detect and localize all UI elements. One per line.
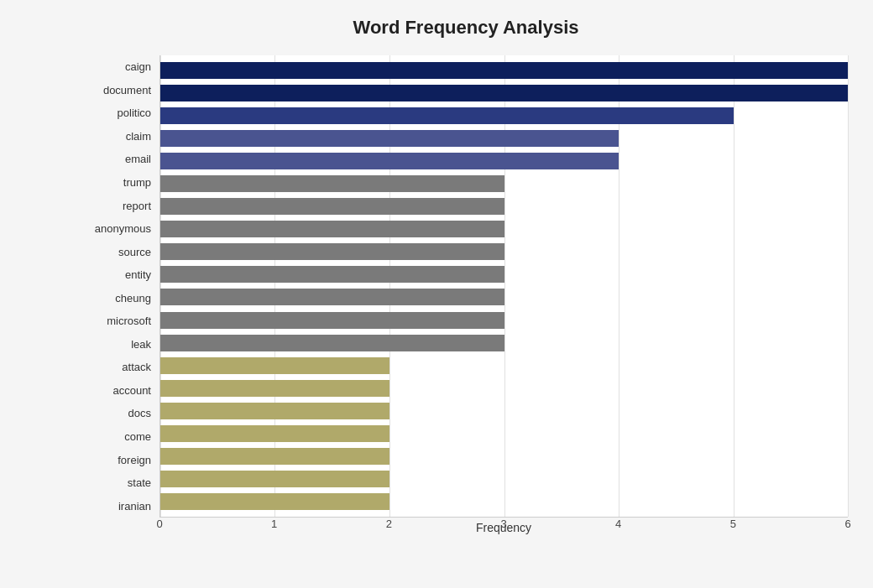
chart-container: Word Frequency Analysis caigndocumentpol… — [0, 0, 873, 588]
bar-report — [160, 198, 504, 215]
bar-row-politico — [160, 107, 848, 125]
bar-claim — [160, 130, 619, 147]
y-label-trump: trump — [84, 173, 159, 193]
y-label-foreign: foreign — [84, 450, 159, 470]
bar-trump — [160, 175, 504, 192]
bar-row-account — [160, 379, 848, 398]
grid-line-6 — [848, 55, 849, 517]
bar-row-entity — [160, 265, 848, 284]
bar-foreign — [160, 448, 389, 465]
bar-row-microsoft — [160, 311, 848, 330]
x-tick-5: 5 — [730, 518, 736, 530]
spacer — [84, 518, 159, 534]
y-label-report: report — [84, 195, 159, 216]
bar-account — [160, 380, 389, 397]
bar-cheung — [160, 289, 504, 305]
bar-row-come — [160, 424, 848, 443]
x-tick-6: 6 — [844, 518, 850, 530]
x-tick-4: 4 — [615, 518, 621, 530]
x-tick-3: 3 — [500, 518, 506, 530]
y-label-source: source — [84, 242, 159, 262]
bar-row-anonymous — [160, 220, 848, 238]
bar-leak — [160, 335, 504, 351]
x-tick-0: 0 — [156, 518, 162, 530]
bar-document — [160, 85, 848, 101]
y-label-state: state — [84, 473, 159, 493]
y-label-docs: docs — [84, 403, 159, 424]
bar-row-docs — [160, 402, 848, 420]
bar-attack — [160, 357, 389, 374]
y-label-come: come — [84, 427, 159, 447]
bar-row-claim — [160, 129, 848, 148]
bar-microsoft — [160, 312, 504, 329]
y-label-attack: attack — [84, 357, 159, 377]
y-label-politico: politico — [84, 103, 159, 123]
bar-email — [160, 153, 619, 169]
bar-come — [160, 425, 389, 442]
bar-state — [160, 471, 389, 487]
y-label-cheung: cheung — [84, 288, 159, 308]
bar-anonymous — [160, 221, 504, 237]
plot-area — [159, 55, 848, 518]
y-label-iranian: iranian — [84, 496, 159, 516]
bar-entity — [160, 266, 504, 283]
bar-row-trump — [160, 174, 848, 193]
bars-area — [160, 55, 848, 517]
bar-row-source — [160, 242, 848, 261]
chart-title: Word Frequency Analysis — [84, 17, 848, 39]
y-label-document: document — [84, 80, 159, 100]
x-tick-2: 2 — [386, 518, 392, 530]
bar-row-iranian — [160, 492, 848, 511]
y-label-caign: caign — [84, 57, 159, 77]
bar-row-leak — [160, 334, 848, 352]
bar-row-email — [160, 152, 848, 170]
y-label-account: account — [84, 380, 159, 400]
y-label-email: email — [84, 149, 159, 169]
bar-iranian — [160, 493, 389, 510]
y-label-anonymous: anonymous — [84, 219, 159, 239]
x-axis-section: 0123456 Frequency — [159, 518, 848, 534]
bar-row-foreign — [160, 447, 848, 466]
bar-row-cheung — [160, 288, 848, 306]
y-axis-labels: caigndocumentpoliticoclaimemailtrumprepo… — [84, 55, 159, 518]
y-label-leak: leak — [84, 334, 159, 354]
y-label-entity: entity — [84, 265, 159, 285]
bar-docs — [160, 403, 389, 419]
y-label-claim: claim — [84, 126, 159, 146]
bar-source — [160, 243, 504, 260]
bar-row-caign — [160, 61, 848, 80]
bar-row-document — [160, 84, 848, 102]
bar-row-attack — [160, 356, 848, 375]
bar-row-state — [160, 470, 848, 488]
y-label-microsoft: microsoft — [84, 311, 159, 331]
bar-politico — [160, 107, 734, 124]
bar-row-report — [160, 197, 848, 216]
bar-caign — [160, 62, 848, 79]
x-tick-1: 1 — [271, 518, 277, 530]
